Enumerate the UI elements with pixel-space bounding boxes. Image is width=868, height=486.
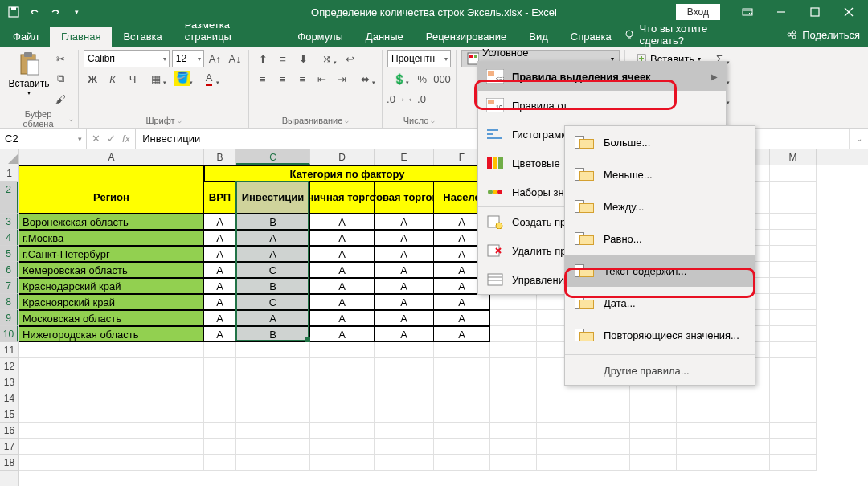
row-header-7[interactable]: 7 [0,278,18,294]
data-cell[interactable]: A [375,230,434,246]
data-cell[interactable]: A [434,326,490,342]
redo-icon[interactable] [45,2,66,22]
data-cell[interactable]: A [204,246,236,262]
data-cell[interactable]: A [204,294,236,310]
region-cell[interactable]: Воронежская область [19,214,204,230]
row-header-1[interactable]: 1 [0,165,18,182]
row-header-2[interactable]: 2 [0,182,18,214]
col-header-D[interactable]: D [310,149,375,165]
data-cell[interactable]: A [310,230,375,246]
region-cell[interactable]: Краснодарский край [19,278,204,294]
col-header-M[interactable]: M [770,149,817,165]
rule-duplicate-values[interactable]: Повторяющиеся значения... [565,319,755,351]
fx-icon[interactable]: fx [122,133,130,145]
select-all-corner[interactable] [0,149,19,165]
qa-customize-icon[interactable]: ▾ [66,2,87,22]
currency-icon[interactable]: 💲 [387,70,411,88]
tab-help[interactable]: Справка [559,27,623,47]
increase-decimal-icon[interactable]: .0→ [387,90,405,108]
row-header-4[interactable]: 4 [0,230,18,246]
data-cell[interactable]: B [236,278,310,294]
tab-view[interactable]: Вид [518,27,559,47]
decrease-decimal-icon[interactable]: ←.0 [407,90,425,108]
data-cell[interactable]: A [375,310,434,326]
name-box[interactable]: C2 [0,129,87,149]
col-header-E[interactable]: E [375,149,434,165]
col-header-A[interactable]: A [19,149,204,165]
data-cell[interactable]: A [236,230,310,246]
data-cell[interactable]: A [236,246,310,262]
row-header-18[interactable]: 18 [0,455,18,471]
cf-highlight-rules[interactable]: <=> Правила выделения ячеек ▶ [478,62,726,91]
subheader-E[interactable]: Оптовая торговля [375,182,434,214]
rule-between[interactable]: Между... [565,190,755,223]
minimize-icon[interactable] [765,0,797,24]
wrap-text-icon[interactable]: ↩ [341,50,358,67]
data-cell[interactable]: A [434,310,490,326]
close-icon[interactable] [833,0,865,24]
font-size-dropdown[interactable]: 12 [172,50,204,67]
rule-greater-than[interactable]: Больше... [565,126,755,158]
data-cell[interactable]: A [204,230,236,246]
undo-icon[interactable] [24,2,45,22]
rule-less-than[interactable]: Меньше... [565,158,755,190]
fill-color-icon[interactable]: 🪣 [170,70,194,88]
align-top-icon[interactable]: ⬆ [254,50,272,67]
row-header-5[interactable]: 5 [0,246,18,262]
tab-review[interactable]: Рецензирование [415,27,518,47]
data-cell[interactable]: A [310,294,375,310]
font-name-dropdown[interactable]: Calibri [84,50,170,67]
row-header-6[interactable]: 6 [0,262,18,278]
data-cell[interactable]: A [204,214,236,230]
font-color-icon[interactable]: A [197,70,221,88]
underline-icon[interactable]: Ч [124,70,141,88]
data-cell[interactable]: A [310,214,375,230]
rule-equal-to[interactable]: Равно... [565,223,755,255]
row-header-10[interactable]: 10 [0,326,18,342]
rule-more-rules[interactable]: Другие правила... [565,358,755,385]
data-cell[interactable]: A [310,262,375,278]
region-cell[interactable]: г.Санкт-Петербург [19,246,204,262]
data-cell[interactable]: A [434,294,490,310]
data-cell[interactable]: A [204,278,236,294]
data-cell[interactable]: A [375,326,434,342]
data-cell[interactable]: B [236,326,310,342]
col-header-C[interactable]: C [236,149,310,165]
data-cell[interactable]: A [375,262,434,278]
data-cell[interactable]: A [310,310,375,326]
subheader-B[interactable]: ВРП [204,182,236,214]
ribbon-options-icon[interactable] [731,0,764,24]
percent-icon[interactable]: % [413,70,431,88]
data-cell[interactable]: C [236,294,310,310]
data-cell[interactable]: A [375,214,434,230]
enter-formula-icon[interactable]: ✓ [107,133,116,145]
login-button[interactable]: Вход [676,4,720,20]
data-cell[interactable]: A [310,246,375,262]
save-icon[interactable] [3,2,24,22]
row-header-12[interactable]: 12 [0,358,18,374]
paste-button[interactable]: Вставить ▾ [10,50,48,96]
region-cell[interactable]: Кемеровская область [19,262,204,278]
data-cell[interactable]: A [375,278,434,294]
row-header-14[interactable]: 14 [0,390,18,406]
number-format-dropdown[interactable]: Процентн [387,50,451,67]
data-cell[interactable]: A [236,310,310,326]
decrease-indent-icon[interactable]: ⇤ [313,70,331,88]
tab-file[interactable]: Файл [2,27,50,47]
col-header-B[interactable]: B [204,149,236,165]
align-right-icon[interactable]: ≡ [293,70,311,88]
align-center-icon[interactable]: ≡ [274,70,292,88]
row-header-16[interactable]: 16 [0,423,18,439]
row-header-11[interactable]: 11 [0,342,18,358]
data-cell[interactable]: A [204,262,236,278]
row-header-8[interactable]: 8 [0,294,18,310]
subheader-C[interactable]: Инвестиции [236,182,310,214]
italic-icon[interactable]: К [104,70,121,88]
data-cell[interactable]: B [236,214,310,230]
row-header-15[interactable]: 15 [0,406,18,423]
data-cell[interactable]: A [204,310,236,326]
region-cell[interactable]: Московская область [19,310,204,326]
data-cell[interactable]: A [375,246,434,262]
align-bottom-icon[interactable]: ⬇ [294,50,312,67]
tell-me-search[interactable]: Что вы хотите сделать? [623,22,747,47]
